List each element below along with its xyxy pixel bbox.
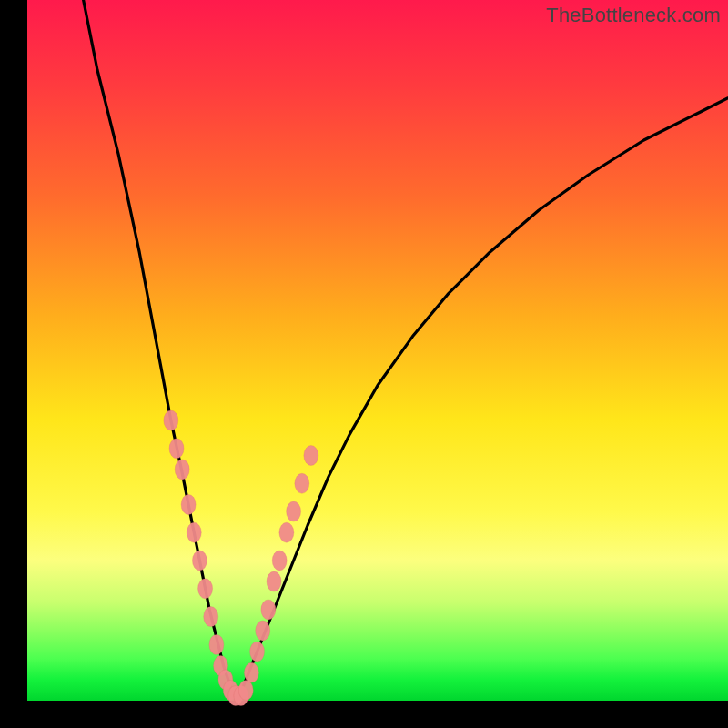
curve-right: [238, 98, 728, 701]
plot-area: TheBottleneck.com: [27, 0, 728, 701]
chart-svg: [27, 0, 728, 701]
curve-left: [84, 0, 238, 701]
chart-frame: TheBottleneck.com: [0, 0, 728, 728]
